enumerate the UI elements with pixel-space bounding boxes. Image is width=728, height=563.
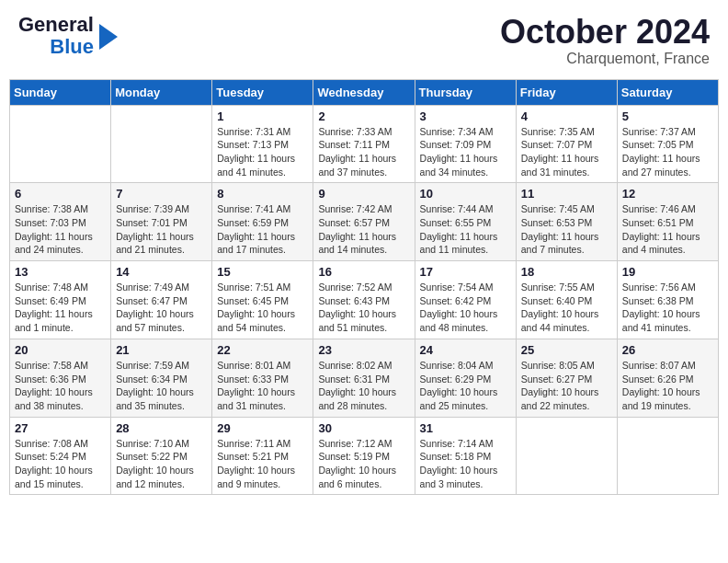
day-number: 29 xyxy=(217,421,308,435)
table-row: 31Sunrise: 7:14 AM Sunset: 5:18 PM Dayli… xyxy=(415,417,516,495)
calendar-week-row: 1Sunrise: 7:31 AM Sunset: 7:13 PM Daylig… xyxy=(10,105,719,183)
day-info: Sunrise: 8:04 AM Sunset: 6:29 PM Dayligh… xyxy=(420,359,511,413)
logo-arrow-icon xyxy=(99,24,118,50)
col-thursday: Thursday xyxy=(415,79,516,105)
table-row: 3Sunrise: 7:34 AM Sunset: 7:09 PM Daylig… xyxy=(415,105,516,183)
day-info: Sunrise: 8:05 AM Sunset: 6:27 PM Dayligh… xyxy=(521,359,612,413)
day-number: 31 xyxy=(420,421,511,435)
day-number: 9 xyxy=(318,187,409,201)
day-number: 10 xyxy=(420,187,511,201)
location: Charquemont, France xyxy=(500,51,710,67)
table-row: 7Sunrise: 7:39 AM Sunset: 7:01 PM Daylig… xyxy=(111,183,212,261)
day-number: 11 xyxy=(521,187,612,201)
table-row xyxy=(10,105,111,183)
day-info: Sunrise: 8:01 AM Sunset: 6:33 PM Dayligh… xyxy=(217,359,308,413)
col-friday: Friday xyxy=(516,79,617,105)
day-number: 27 xyxy=(15,421,106,435)
day-number: 22 xyxy=(217,343,308,357)
day-info: Sunrise: 7:39 AM Sunset: 7:01 PM Dayligh… xyxy=(116,202,207,257)
table-row: 10Sunrise: 7:44 AM Sunset: 6:55 PM Dayli… xyxy=(415,183,516,261)
day-info: Sunrise: 7:31 AM Sunset: 7:13 PM Dayligh… xyxy=(217,125,308,179)
day-number: 18 xyxy=(521,265,612,279)
col-wednesday: Wednesday xyxy=(313,79,415,105)
title-area: October 2024 Charquemont, France xyxy=(500,14,710,67)
table-row: 5Sunrise: 7:37 AM Sunset: 7:05 PM Daylig… xyxy=(617,105,718,183)
day-info: Sunrise: 7:48 AM Sunset: 6:49 PM Dayligh… xyxy=(15,281,106,335)
table-row: 30Sunrise: 7:12 AM Sunset: 5:19 PM Dayli… xyxy=(313,417,415,495)
table-row: 21Sunrise: 7:59 AM Sunset: 6:34 PM Dayli… xyxy=(111,339,212,417)
day-number: 5 xyxy=(622,109,713,123)
table-row: 28Sunrise: 7:10 AM Sunset: 5:22 PM Dayli… xyxy=(111,417,212,495)
day-number: 12 xyxy=(622,187,713,201)
day-info: Sunrise: 7:11 AM Sunset: 5:21 PM Dayligh… xyxy=(217,437,308,491)
table-row xyxy=(516,417,617,495)
table-row: 9Sunrise: 7:42 AM Sunset: 6:57 PM Daylig… xyxy=(313,183,415,261)
day-info: Sunrise: 7:54 AM Sunset: 6:42 PM Dayligh… xyxy=(420,281,511,335)
day-info: Sunrise: 7:58 AM Sunset: 6:36 PM Dayligh… xyxy=(15,359,106,413)
day-info: Sunrise: 7:08 AM Sunset: 5:24 PM Dayligh… xyxy=(15,437,106,491)
day-number: 15 xyxy=(217,265,308,279)
col-sunday: Sunday xyxy=(10,79,111,105)
col-tuesday: Tuesday xyxy=(212,79,313,105)
day-number: 4 xyxy=(521,109,612,123)
table-row: 4Sunrise: 7:35 AM Sunset: 7:07 PM Daylig… xyxy=(516,105,617,183)
table-row: 17Sunrise: 7:54 AM Sunset: 6:42 PM Dayli… xyxy=(415,261,516,339)
day-number: 30 xyxy=(318,421,409,435)
table-row: 1Sunrise: 7:31 AM Sunset: 7:13 PM Daylig… xyxy=(212,105,313,183)
table-row xyxy=(111,105,212,183)
day-info: Sunrise: 7:35 AM Sunset: 7:07 PM Dayligh… xyxy=(521,125,612,179)
day-number: 28 xyxy=(116,421,207,435)
day-info: Sunrise: 7:42 AM Sunset: 6:57 PM Dayligh… xyxy=(318,202,409,257)
month-title: October 2024 xyxy=(500,14,710,51)
logo-general: General xyxy=(18,14,94,36)
day-info: Sunrise: 8:02 AM Sunset: 6:31 PM Dayligh… xyxy=(318,359,409,413)
table-row: 25Sunrise: 8:05 AM Sunset: 6:27 PM Dayli… xyxy=(516,339,617,417)
day-number: 17 xyxy=(420,265,511,279)
logo-blue: Blue xyxy=(50,36,94,58)
day-info: Sunrise: 7:49 AM Sunset: 6:47 PM Dayligh… xyxy=(116,281,207,335)
day-info: Sunrise: 7:51 AM Sunset: 6:45 PM Dayligh… xyxy=(217,281,308,335)
day-info: Sunrise: 7:55 AM Sunset: 6:40 PM Dayligh… xyxy=(521,281,612,335)
table-row: 29Sunrise: 7:11 AM Sunset: 5:21 PM Dayli… xyxy=(212,417,313,495)
day-number: 13 xyxy=(15,265,106,279)
day-number: 23 xyxy=(318,343,409,357)
day-info: Sunrise: 7:12 AM Sunset: 5:19 PM Dayligh… xyxy=(318,437,409,491)
day-info: Sunrise: 7:33 AM Sunset: 7:11 PM Dayligh… xyxy=(318,125,409,179)
day-number: 19 xyxy=(622,265,713,279)
day-number: 16 xyxy=(318,265,409,279)
day-info: Sunrise: 7:37 AM Sunset: 7:05 PM Dayligh… xyxy=(622,125,713,179)
day-info: Sunrise: 7:14 AM Sunset: 5:18 PM Dayligh… xyxy=(420,437,511,491)
day-number: 3 xyxy=(420,109,511,123)
day-number: 7 xyxy=(116,187,207,201)
table-row: 11Sunrise: 7:45 AM Sunset: 6:53 PM Dayli… xyxy=(516,183,617,261)
table-row: 24Sunrise: 8:04 AM Sunset: 6:29 PM Dayli… xyxy=(415,339,516,417)
day-info: Sunrise: 8:07 AM Sunset: 6:26 PM Dayligh… xyxy=(622,359,713,413)
table-row: 22Sunrise: 8:01 AM Sunset: 6:33 PM Dayli… xyxy=(212,339,313,417)
day-number: 24 xyxy=(420,343,511,357)
table-row xyxy=(617,417,718,495)
table-row: 15Sunrise: 7:51 AM Sunset: 6:45 PM Dayli… xyxy=(212,261,313,339)
day-info: Sunrise: 7:45 AM Sunset: 6:53 PM Dayligh… xyxy=(521,202,612,257)
day-number: 6 xyxy=(15,187,106,201)
day-info: Sunrise: 7:38 AM Sunset: 7:03 PM Dayligh… xyxy=(15,202,106,257)
day-info: Sunrise: 7:41 AM Sunset: 6:59 PM Dayligh… xyxy=(217,202,308,257)
table-row: 20Sunrise: 7:58 AM Sunset: 6:36 PM Dayli… xyxy=(10,339,111,417)
calendar-week-row: 20Sunrise: 7:58 AM Sunset: 6:36 PM Dayli… xyxy=(10,339,719,417)
table-row: 26Sunrise: 8:07 AM Sunset: 6:26 PM Dayli… xyxy=(617,339,718,417)
day-info: Sunrise: 7:52 AM Sunset: 6:43 PM Dayligh… xyxy=(318,281,409,335)
day-info: Sunrise: 7:56 AM Sunset: 6:38 PM Dayligh… xyxy=(622,281,713,335)
calendar-header-row: Sunday Monday Tuesday Wednesday Thursday… xyxy=(10,79,719,105)
page-header: General Blue October 2024 Charquemont, F… xyxy=(9,9,719,72)
logo: General Blue xyxy=(18,14,118,58)
table-row: 27Sunrise: 7:08 AM Sunset: 5:24 PM Dayli… xyxy=(10,417,111,495)
table-row: 6Sunrise: 7:38 AM Sunset: 7:03 PM Daylig… xyxy=(10,183,111,261)
day-number: 2 xyxy=(318,109,409,123)
col-saturday: Saturday xyxy=(617,79,718,105)
table-row: 12Sunrise: 7:46 AM Sunset: 6:51 PM Dayli… xyxy=(617,183,718,261)
table-row: 16Sunrise: 7:52 AM Sunset: 6:43 PM Dayli… xyxy=(313,261,415,339)
day-number: 1 xyxy=(217,109,308,123)
day-number: 25 xyxy=(521,343,612,357)
day-number: 8 xyxy=(217,187,308,201)
day-number: 14 xyxy=(116,265,207,279)
table-row: 18Sunrise: 7:55 AM Sunset: 6:40 PM Dayli… xyxy=(516,261,617,339)
